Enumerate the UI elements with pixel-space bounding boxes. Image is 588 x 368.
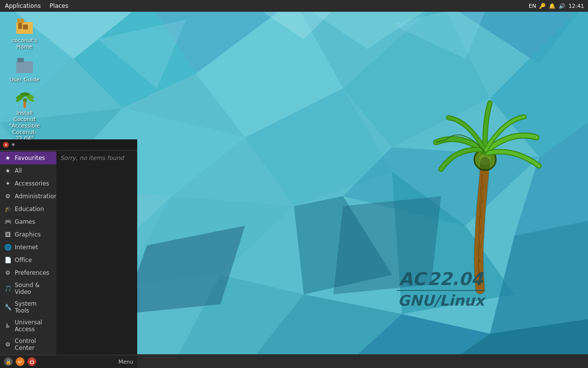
menu-close-button[interactable]: ✕: [3, 142, 9, 148]
home-icon-label: coconut's Home: [7, 37, 42, 50]
panel-left: Applications Places: [0, 2, 529, 9]
home-folder-icon: [15, 17, 34, 36]
category-administration-label: Administration: [15, 193, 58, 200]
desktop-logo: AC 22.04 GNU/Linux: [397, 269, 485, 309]
preferences-icon: ⚙: [4, 269, 12, 277]
category-universal-access-label: Universal Access: [15, 319, 52, 333]
category-graphics[interactable]: 🖼 Graphics: [0, 228, 56, 241]
top-panel: Applications Places EN 🔑 🔔 🔊 12:41: [0, 0, 588, 12]
install-icon-label: Install Coconut "Accessible Coconut-22.0…: [7, 110, 42, 142]
system-tools-icon: 🔧: [4, 303, 12, 311]
desktop: Applications Places EN 🔑 🔔 🔊 12:41 cocon…: [0, 0, 588, 368]
svg-rect-37: [23, 25, 28, 29]
power-button[interactable]: ⏻: [27, 357, 36, 366]
svg-point-44: [20, 92, 30, 96]
category-accessories[interactable]: ✦ Accessories: [0, 177, 56, 190]
category-administration[interactable]: ⚙ Administration: [0, 190, 56, 203]
category-preferences[interactable]: ⚙ Preferences: [0, 266, 56, 279]
games-icon: 🎮: [4, 218, 12, 226]
places-menu[interactable]: Places: [48, 2, 70, 9]
user-guide-icon: [15, 56, 34, 76]
category-all[interactable]: ★ All: [0, 164, 56, 177]
category-favourites-label: Favourites: [15, 155, 45, 161]
office-icon: 📄: [4, 256, 12, 264]
menu-categories: ★ Favourites ★ All ✦ Accessories ⚙ Admin…: [0, 151, 56, 355]
category-preferences-label: Preferences: [15, 269, 49, 276]
applications-menu[interactable]: Applications: [3, 2, 43, 9]
no-items-text: Sorry, no items found: [60, 155, 124, 161]
notification-icon[interactable]: 🔔: [549, 3, 556, 9]
desktop-icon-user-guide[interactable]: User-Guide: [5, 54, 44, 85]
language-indicator[interactable]: EN: [529, 3, 536, 9]
clock[interactable]: 12:41: [568, 3, 584, 9]
internet-icon: 🌐: [4, 243, 12, 251]
desktop-icon-install[interactable]: Install Coconut "Accessible Coconut-22.0…: [5, 87, 44, 144]
category-sound-video-label: Sound & Video: [15, 282, 52, 295]
sound-video-icon: 🎵: [4, 285, 12, 292]
universal-access-icon: ♿: [4, 322, 12, 330]
logo-gnu: GNU/Linux: [397, 292, 485, 309]
audio-icon[interactable]: 🔊: [559, 3, 565, 9]
menu-search-bar: ✕ ⚫: [0, 139, 137, 151]
install-icon: [15, 89, 34, 109]
category-games[interactable]: 🎮 Games: [0, 215, 56, 228]
category-education[interactable]: 🎓 Education: [0, 203, 56, 215]
category-favourites[interactable]: ★ Favourites: [0, 152, 56, 164]
category-all-label: All: [15, 167, 22, 174]
logo-area: AC 22.04 GNU/Linux: [461, 136, 549, 339]
category-internet-label: Internet: [15, 244, 38, 251]
logo-divider: [397, 290, 485, 291]
category-control-center-label: Control Center: [15, 338, 52, 351]
palm-tree-svg: [421, 93, 559, 299]
svg-rect-38: [16, 61, 33, 73]
menu-search-input[interactable]: [18, 141, 134, 148]
category-system-tools-label: System Tools: [15, 300, 52, 314]
desktop-icon-home[interactable]: coconut's Home: [5, 15, 44, 52]
app-menu: ✕ ⚫ ★ Favourites ★ All ✦ Accessories: [0, 139, 137, 368]
category-sound-video[interactable]: 🎵 Sound & Video: [0, 279, 56, 298]
menu-label-text[interactable]: Menu: [119, 359, 133, 365]
administration-icon: ⚙: [4, 192, 12, 200]
category-games-label: Games: [15, 218, 35, 225]
category-office-label: Office: [15, 257, 32, 263]
favourites-icon: ★: [4, 154, 12, 162]
category-education-label: Education: [15, 206, 44, 212]
menu-footer-actions: 🔒 ↩ ⏻: [4, 357, 36, 366]
search-icon: ⚫: [11, 141, 16, 148]
user-guide-icon-label: User-Guide: [9, 77, 39, 83]
control-center-icon: ⚙: [4, 341, 12, 348]
category-internet[interactable]: 🌐 Internet: [0, 241, 56, 254]
accessories-icon: ✦: [4, 180, 12, 187]
education-icon: 🎓: [4, 205, 12, 213]
category-graphics-label: Graphics: [15, 231, 41, 238]
graphics-icon: 🖼: [4, 231, 12, 238]
category-system-tools[interactable]: 🔧 System Tools: [0, 298, 56, 316]
panel-right: EN 🔑 🔔 🔊 12:41: [529, 3, 588, 9]
category-accessories-label: Accessories: [15, 180, 49, 187]
svg-rect-35: [17, 19, 24, 23]
svg-point-41: [23, 98, 27, 102]
svg-rect-36: [18, 23, 22, 29]
category-office[interactable]: 📄 Office: [0, 254, 56, 266]
logout-button[interactable]: ↩: [16, 357, 24, 366]
all-icon: ★: [4, 167, 12, 175]
category-universal-access[interactable]: ♿ Universal Access: [0, 316, 56, 335]
logo-version: 22.04: [427, 269, 483, 289]
lock-button[interactable]: 🔒: [4, 357, 13, 366]
category-control-center[interactable]: ⚙ Control Center: [0, 335, 56, 354]
logo-ac: AC: [399, 269, 425, 289]
menu-body: ★ Favourites ★ All ✦ Accessories ⚙ Admin…: [0, 151, 137, 355]
svg-rect-39: [17, 58, 24, 62]
menu-footer: 🔒 ↩ ⏻ Menu: [0, 355, 137, 368]
keyring-icon: 🔑: [539, 3, 546, 9]
menu-items-panel: Sorry, no items found: [56, 151, 137, 355]
